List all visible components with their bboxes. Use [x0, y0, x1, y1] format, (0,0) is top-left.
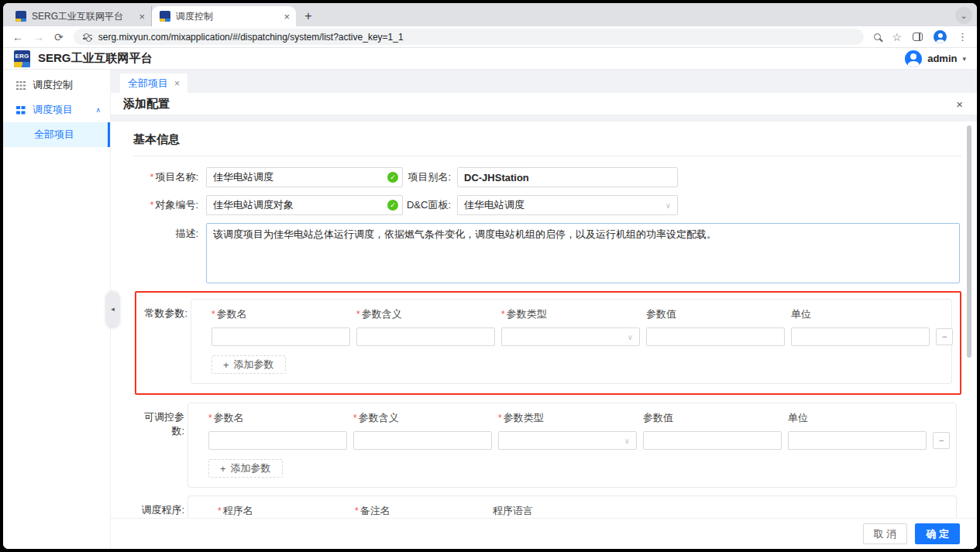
browser-tabstrip: SERG工业互联网平台 × 调度控制 × + ⌄: [3, 3, 977, 26]
username[interactable]: admin: [927, 53, 957, 64]
panel-close-icon[interactable]: ×: [956, 98, 963, 110]
bookmark-star-icon[interactable]: ☆: [892, 32, 902, 43]
tab-close-icon[interactable]: ×: [284, 12, 290, 22]
project-name-field: ✓: [206, 167, 403, 187]
sidebar-item-all-projects[interactable]: 全部项目: [3, 122, 110, 147]
column-header: 程序语言: [493, 504, 621, 518]
column-header: *参数名: [211, 307, 350, 321]
browser-tab-dispatch[interactable]: 调度控制 ×: [152, 6, 296, 26]
form-row: *项目名称: ✓ 项目别名:: [133, 167, 961, 187]
param-unit-input[interactable]: [788, 431, 927, 450]
param-type-select[interactable]: ∨: [498, 431, 637, 450]
adjustable-params-label: 可调控参数:: [133, 403, 187, 438]
zoom-icon[interactable]: [874, 33, 881, 40]
form-row: *对象编号: ✓ D&C面板: 佳华电站调度 ∨: [133, 195, 961, 215]
add-param-button[interactable]: + 添加参数: [211, 355, 286, 374]
dc-panel-select[interactable]: 佳华电站调度 ∨: [457, 195, 678, 215]
url-text[interactable]: serg.mixyun.com/mixapplication/#/dispatc…: [98, 32, 404, 43]
adjustable-params-section: 可调控参数: *参数名 *参数含义 *参数类型 参数值 单位: [133, 403, 961, 488]
column-header: *参数含义: [353, 411, 492, 425]
param-meaning-input[interactable]: [356, 327, 495, 346]
column-header: 单位: [791, 307, 930, 321]
param-unit-input[interactable]: [791, 327, 930, 346]
url-bar[interactable]: serg.mixyun.com/mixapplication/#/dispatc…: [74, 29, 865, 45]
logo-text: ERG: [15, 50, 29, 62]
serg-favicon: [160, 11, 170, 22]
plus-icon: +: [223, 359, 229, 371]
user-avatar[interactable]: [905, 50, 922, 67]
project-name-input[interactable]: [206, 167, 403, 187]
sidebar: 调度控制 调度项目 ∧ 全部项目: [3, 70, 111, 549]
column-header: 单位: [788, 411, 927, 425]
param-name-input[interactable]: [211, 327, 350, 346]
project-alias-label: 项目别名:: [403, 170, 457, 184]
page-tab-close-icon[interactable]: ×: [174, 78, 180, 89]
user-menu[interactable]: admin ▾: [905, 50, 966, 67]
remove-param-button[interactable]: −: [933, 432, 950, 449]
param-value-input[interactable]: [646, 327, 785, 346]
tab-close-icon[interactable]: ×: [139, 12, 145, 22]
serg-logo: ERG: [14, 50, 30, 67]
divider-strip: [111, 115, 977, 122]
sidebar-item-dispatch-projects[interactable]: 调度项目 ∧: [3, 98, 110, 122]
object-id-field: ✓: [206, 195, 403, 215]
grid-icon: [15, 81, 26, 91]
tab-overflow-button[interactable]: ⌄: [955, 7, 972, 24]
param-type-select[interactable]: ∨: [501, 327, 640, 346]
valid-check-icon: ✓: [387, 172, 398, 183]
column-header: *备注名: [355, 504, 485, 518]
forward-icon: →: [33, 32, 44, 43]
basic-info-title: 基本信息: [133, 132, 961, 156]
object-id-input[interactable]: [206, 195, 403, 215]
sidebar-item-label: 全部项目: [34, 128, 74, 142]
chevron-down-icon: ∨: [665, 201, 671, 210]
page-tab-all-projects[interactable]: 全部项目 ×: [120, 74, 187, 93]
sidebar-collapse-handle[interactable]: ◂: [106, 291, 119, 327]
project-name-label: *项目名称:: [133, 170, 206, 184]
param-meaning-input[interactable]: [353, 431, 492, 450]
app-title: SERG工业互联网平台: [38, 51, 153, 66]
remove-param-button[interactable]: −: [936, 328, 953, 345]
browser-addressbar: ← → ⟳ serg.mixyun.com/mixapplication/#/d…: [3, 26, 977, 48]
serg-favicon: [15, 11, 26, 22]
reload-icon[interactable]: ⟳: [54, 32, 64, 43]
program-column-headers: *程序名 *备注名 程序语言: [218, 504, 951, 518]
param-row: ∨ −: [208, 431, 951, 450]
adjustable-params-box: *参数名 *参数含义 *参数类型 参数值 单位 ∨: [187, 403, 957, 488]
new-tab-button[interactable]: +: [299, 7, 318, 26]
param-value-input[interactable]: [643, 431, 782, 450]
chevron-down-icon: ∨: [624, 437, 630, 445]
chevron-up-icon[interactable]: ∧: [95, 106, 101, 114]
column-header: 参数值: [646, 307, 785, 321]
required-marker: *: [150, 172, 154, 183]
browser-menu-icon[interactable]: ⋮: [958, 32, 968, 42]
logo-band: [14, 62, 30, 67]
cancel-button[interactable]: 取 消: [863, 523, 908, 544]
add-config-panel: 添加配置 × 基本信息 *项目名称: ✓ 项目别名:: [111, 93, 977, 549]
add-param-button[interactable]: + 添加参数: [208, 459, 283, 478]
page-tab-bar: 全部项目 ×: [111, 70, 977, 93]
param-name-input[interactable]: [208, 431, 347, 450]
reading-list-icon[interactable]: [913, 33, 923, 41]
scrollbar-thumb[interactable]: [967, 125, 971, 358]
description-textarea[interactable]: 该调度项目为佳华电站总体运行调度，依据燃气条件变化，调度电站机组的启停，以及运行…: [206, 223, 960, 283]
program-label: 调度程序:: [133, 495, 187, 517]
back-icon[interactable]: ←: [12, 32, 23, 43]
browser-tab-serg[interactable]: SERG工业互联网平台 ×: [8, 6, 152, 26]
caret-down-icon[interactable]: ▾: [962, 55, 966, 63]
column-header: *参数含义: [356, 307, 495, 321]
program-section: 调度程序: *程序名 *备注名 程序语言 Lua: [133, 495, 961, 518]
browser-tab-title: SERG工业互联网平台: [32, 10, 133, 23]
project-alias-input[interactable]: [457, 167, 678, 187]
site-settings-icon[interactable]: [83, 33, 92, 41]
description-label: 描述:: [133, 223, 206, 241]
column-header: *程序名: [218, 504, 347, 518]
highlight-rectangle: 常数参数: *参数名 *参数含义 *参数类型 参数值 单位: [135, 291, 961, 395]
form-content: 基本信息 *项目名称: ✓ 项目别名: *对象编号:: [111, 122, 977, 518]
sidebar-item-dispatch-control[interactable]: 调度控制: [3, 73, 110, 98]
app-header: ERG SERG工业互联网平台 admin ▾: [3, 48, 977, 70]
browser-profile-avatar[interactable]: [934, 30, 947, 43]
browser-tab-title: 调度控制: [176, 10, 278, 23]
plus-icon: +: [220, 463, 226, 475]
confirm-button[interactable]: 确 定: [915, 523, 960, 544]
